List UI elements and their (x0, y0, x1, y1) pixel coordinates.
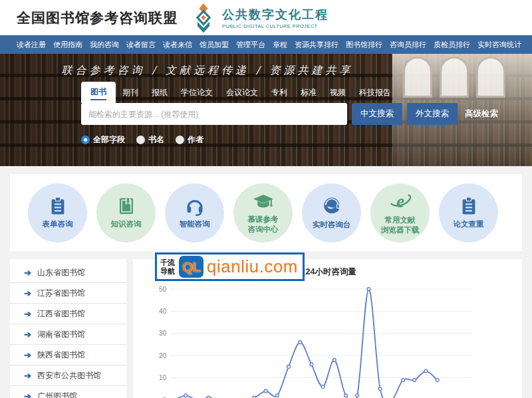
sidebar-item-jiangxi-library[interactable]: ➔ 江西省图书馆 (10, 304, 126, 324)
nav-item-realtime-stats[interactable]: 实时咨询统计 (477, 40, 521, 50)
main-nav: 读者注册 使用指南 我的咨询 读者留言 读者来信 馆员加盟 管理平台 章程 资源… (0, 35, 532, 54)
svg-text:50: 50 (159, 286, 167, 293)
library-sidebar: ➔ 山东省图书馆 ➔ 江苏省图书馆 ➔ 江西省图书馆 ➔ 湖南省图书馆 ➔ 陕西… (10, 259, 126, 398)
tab-theses[interactable]: 学位论文 (174, 83, 219, 103)
sidebar-item-shandong-library[interactable]: ➔ 山东省图书馆 (10, 262, 126, 283)
foreign-search-button[interactable]: 外文搜索 (407, 103, 458, 125)
svg-text:10: 10 (159, 374, 167, 381)
tab-patents[interactable]: 专利 (265, 83, 294, 103)
tab-books[interactable]: 图书 (81, 82, 116, 103)
arrow-icon: ➔ (24, 330, 31, 340)
clipboard-icon (48, 196, 68, 216)
field-option-author[interactable]: 作者 (176, 134, 203, 146)
consult-chart-card: 千流 导航 QL qianliu.com 近24小时咨询量 0102030405… (133, 259, 522, 398)
advanced-search-link[interactable]: 高级检索 (465, 108, 498, 120)
chinese-search-button[interactable]: 中文搜索 (352, 103, 402, 125)
headset-icon (184, 196, 205, 216)
watermark-ql-logo-icon: QL (179, 256, 203, 278)
book-icon (116, 196, 136, 216)
svg-text:e: e (396, 191, 404, 211)
nav-item-librarian-join[interactable]: 馆员加盟 (200, 40, 229, 50)
watermark-name: 千流 导航 (160, 258, 175, 275)
tab-newspapers[interactable]: 报纸 (145, 83, 174, 103)
tab-conference-papers[interactable]: 会议论文 (219, 83, 265, 103)
nav-item-reader-letter[interactable]: 读者来信 (163, 40, 192, 50)
service-form-consult[interactable]: 表单咨询 (28, 183, 87, 243)
nav-item-reader-message[interactable]: 读者留言 (126, 40, 156, 50)
project-name: 公共数字文化工程 PUBLIC DIGITAL CULTURE PROJECT (222, 7, 329, 29)
tab-videos[interactable]: 视频 (323, 83, 352, 103)
graduation-cap-icon (252, 191, 275, 211)
project-name-cn: 公共数字文化工程 (222, 7, 329, 23)
svg-text:20: 20 (159, 352, 167, 359)
nav-item-library-rank[interactable]: 图书馆排行 (346, 40, 382, 50)
sidebar-item-guangzhou-library[interactable]: ➔ 广州图书馆 (10, 386, 126, 398)
sidebar-item-jiangsu-library[interactable]: ➔ 江苏省图书馆 (10, 283, 126, 304)
arrow-icon: ➔ (24, 391, 31, 398)
resource-tabs: 图书 期刊 报纸 学位论文 会议论文 专利 标准 视频 科技报告 (81, 82, 498, 103)
qianliu-watermark-badge[interactable]: 千流 导航 QL qianliu.com (155, 252, 305, 281)
sidebar-item-hunan-library[interactable]: ➔ 湖南省图书馆 (10, 324, 126, 345)
service-paper-plagiarism-check[interactable]: 论文查重 (439, 183, 498, 243)
service-document-browser-download[interactable]: e 常用文献 浏览器下载 (370, 183, 430, 243)
arrow-icon: ➔ (24, 309, 31, 319)
field-option-all[interactable]: 全部字段 (81, 134, 125, 146)
site-title: 全国图书馆参考咨询联盟 (17, 9, 178, 27)
radio-icon (136, 136, 145, 144)
arrow-icon: ➔ (24, 371, 31, 381)
support-agent-icon (321, 195, 342, 217)
nav-item-resource-share-rank[interactable]: 资源共享排行 (295, 40, 338, 50)
watermark-domain: qianliu.com (207, 256, 298, 277)
project-logo-icon (191, 3, 216, 33)
browser-e-icon: e (389, 191, 412, 212)
clipboard-icon (459, 196, 479, 216)
svg-text:40: 40 (159, 308, 167, 315)
nav-item-charter[interactable]: 章程 (273, 40, 287, 50)
arrow-icon: ➔ (24, 350, 31, 360)
service-knowledge-consult[interactable]: 知识咨询 (96, 183, 156, 243)
arrow-icon: ➔ (24, 288, 31, 298)
content-row: ➔ 山东省图书馆 ➔ 江苏省图书馆 ➔ 江西省图书馆 ➔ 湖南省图书馆 ➔ 陕西… (10, 259, 522, 398)
arrow-icon: ➔ (24, 268, 31, 278)
tab-journals[interactable]: 期刊 (116, 83, 145, 103)
nav-item-reader-register[interactable]: 读者注册 (17, 40, 46, 50)
radio-selected-icon (81, 136, 90, 144)
search-input[interactable] (81, 103, 347, 125)
search-field-options: 全部字段 书名 作者 (81, 134, 498, 146)
tab-standards[interactable]: 标准 (294, 83, 323, 103)
search-panel: 图书 期刊 报纸 学位论文 会议论文 专利 标准 视频 科技报告 中文搜索 外文… (81, 82, 498, 146)
service-smart-consult[interactable]: 智能咨询 (165, 183, 224, 243)
hero-tagline: 联合参考咨询 / 文献远程传递 / 资源共建共享 (0, 64, 415, 78)
nav-item-consultant-rank[interactable]: 咨询员排行 (390, 40, 426, 50)
radio-icon (176, 136, 184, 144)
tab-tech-reports[interactable]: 科技报告 (352, 83, 398, 103)
field-option-title[interactable]: 书名 (136, 134, 164, 146)
service-mooc-reference-center[interactable]: 慕课参考 咨询中心 (233, 183, 293, 243)
nav-item-my-consult[interactable]: 我的咨询 (90, 40, 119, 50)
nav-item-admin-platform[interactable]: 管理平台 (236, 40, 265, 50)
service-realtime-consult-desk[interactable]: 实时咨询台 (302, 183, 361, 243)
nav-item-user-guide[interactable]: 使用指南 (53, 40, 82, 50)
header: 全国图书馆参考咨询联盟 公共数字文化工程 PUBLIC DIGITAL CULT… (0, 0, 532, 35)
svg-text:30: 30 (159, 330, 167, 337)
project-name-en: PUBLIC DIGITAL CULTURE PROJECT (222, 23, 329, 29)
hero-banner: 联合参考咨询 / 文献远程传递 / 资源共建共享 图书 期刊 报纸 学位论文 会… (0, 54, 532, 166)
services-panel: 表单咨询 知识咨询 智能咨询 慕课参考 咨询中心 (10, 174, 522, 251)
nav-item-inspector-rank[interactable]: 质检员排行 (434, 40, 470, 50)
sidebar-item-shaanxi-library[interactable]: ➔ 陕西省图书馆 (10, 345, 126, 365)
search-row: 中文搜索 外文搜索 高级检索 (81, 103, 498, 125)
sidebar-item-xian-public-library[interactable]: ➔ 西安市公共图书馆 (10, 365, 126, 386)
